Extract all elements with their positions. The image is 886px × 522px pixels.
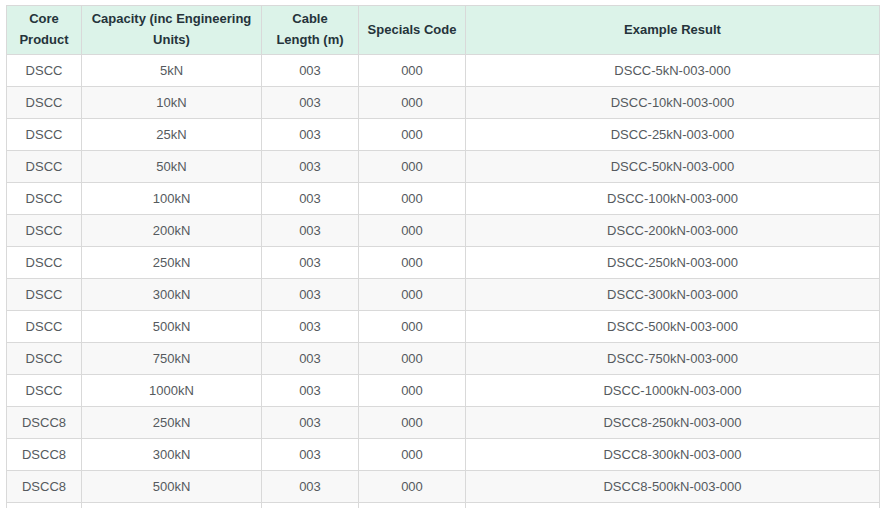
cell-specials-code: 000 xyxy=(359,215,466,247)
cell-capacity: 500kN xyxy=(82,471,262,503)
col-header-specials-code: Specials Code xyxy=(359,6,466,55)
cell-capacity: 100kN xyxy=(82,183,262,215)
cell-core-product: DSCC xyxy=(7,151,82,183)
cell-cable-length: 003 xyxy=(262,247,359,279)
cell-specials-code: 000 xyxy=(359,183,466,215)
cell-cable-length: 003 xyxy=(262,55,359,87)
col-header-core-product: Core Product xyxy=(7,6,82,55)
cell-core-product: DSCC xyxy=(7,343,82,375)
cell-cable-length: 003 xyxy=(262,471,359,503)
cell-specials-code: 000 xyxy=(359,247,466,279)
cell-cable-length: 003 xyxy=(262,87,359,119)
cell-example-result: DSCC-300kN-003-000 xyxy=(466,279,880,311)
cell-cable-length: 003 xyxy=(262,439,359,471)
cell-specials-code: 000 xyxy=(359,119,466,151)
table-row: DSCC8 500kN 003 000 DSCC8-500kN-003-000 xyxy=(7,471,880,503)
cell-example-result: DSCC-1000kN-003-000 xyxy=(466,375,880,407)
cell-specials-code: 000 xyxy=(359,279,466,311)
cell-capacity: 300kN xyxy=(82,279,262,311)
cell-example-result: DSCC-500kN-003-000 xyxy=(466,311,880,343)
cell-capacity: 300kN xyxy=(82,439,262,471)
cell-core-product: DSCC8 xyxy=(7,471,82,503)
cell-specials-code: 000 xyxy=(359,55,466,87)
partial-cell xyxy=(82,503,262,508)
cell-example-result: DSCC8-250kN-003-000 xyxy=(466,407,880,439)
cell-capacity: 200kN xyxy=(82,215,262,247)
table-row: DSCC 10kN 003 000 DSCC-10kN-003-000 xyxy=(7,87,880,119)
cell-capacity: 250kN xyxy=(82,407,262,439)
cell-specials-code: 000 xyxy=(359,407,466,439)
cell-core-product: DSCC xyxy=(7,215,82,247)
cell-cable-length: 003 xyxy=(262,215,359,247)
cell-cable-length: 003 xyxy=(262,343,359,375)
cell-capacity: 750kN xyxy=(82,343,262,375)
table-row: DSCC 50kN 003 000 DSCC-50kN-003-000 xyxy=(7,151,880,183)
product-code-page: Core Product Capacity (inc Engineering U… xyxy=(0,0,886,522)
cell-specials-code: 000 xyxy=(359,311,466,343)
cell-capacity: 10kN xyxy=(82,87,262,119)
table-row: DSCC 250kN 003 000 DSCC-250kN-003-000 xyxy=(7,247,880,279)
table-row: DSCC 100kN 003 000 DSCC-100kN-003-000 xyxy=(7,183,880,215)
cell-example-result: DSCC8-300kN-003-000 xyxy=(466,439,880,471)
cell-core-product: DSCC xyxy=(7,311,82,343)
cell-cable-length: 003 xyxy=(262,407,359,439)
cell-example-result: DSCC-250kN-003-000 xyxy=(466,247,880,279)
cell-capacity: 250kN xyxy=(82,247,262,279)
cell-capacity: 1000kN xyxy=(82,375,262,407)
partial-cell xyxy=(7,503,82,508)
cell-core-product: DSCC xyxy=(7,247,82,279)
cell-specials-code: 000 xyxy=(359,87,466,119)
cell-capacity: 25kN xyxy=(82,119,262,151)
cell-core-product: DSCC xyxy=(7,87,82,119)
cell-example-result: DSCC-25kN-003-000 xyxy=(466,119,880,151)
cell-core-product: DSCC xyxy=(7,279,82,311)
cell-cable-length: 003 xyxy=(262,183,359,215)
table-row: DSCC 750kN 003 000 DSCC-750kN-003-000 xyxy=(7,343,880,375)
partial-row xyxy=(7,503,880,508)
cell-capacity: 500kN xyxy=(82,311,262,343)
cell-example-result: DSCC-750kN-003-000 xyxy=(466,343,880,375)
table-row: DSCC 25kN 003 000 DSCC-25kN-003-000 xyxy=(7,119,880,151)
cell-example-result: DSCC-200kN-003-000 xyxy=(466,215,880,247)
table-row: DSCC8 250kN 003 000 DSCC8-250kN-003-000 xyxy=(7,407,880,439)
cell-cable-length: 003 xyxy=(262,279,359,311)
table-row: DSCC 500kN 003 000 DSCC-500kN-003-000 xyxy=(7,311,880,343)
header-row: Core Product Capacity (inc Engineering U… xyxy=(7,6,880,55)
cell-example-result: DSCC8-500kN-003-000 xyxy=(466,471,880,503)
cell-specials-code: 000 xyxy=(359,375,466,407)
cell-example-result: DSCC-100kN-003-000 xyxy=(466,183,880,215)
cell-capacity: 5kN xyxy=(82,55,262,87)
table-row: DSCC 300kN 003 000 DSCC-300kN-003-000 xyxy=(7,279,880,311)
cell-core-product: DSCC xyxy=(7,375,82,407)
cell-core-product: DSCC8 xyxy=(7,407,82,439)
cell-example-result: DSCC-50kN-003-000 xyxy=(466,151,880,183)
cell-cable-length: 003 xyxy=(262,151,359,183)
cell-cable-length: 003 xyxy=(262,119,359,151)
cell-specials-code: 000 xyxy=(359,151,466,183)
table-row: DSCC 5kN 003 000 DSCC-5kN-003-000 xyxy=(7,55,880,87)
partial-cell xyxy=(359,503,466,508)
partial-cell xyxy=(466,503,880,508)
cell-core-product: DSCC xyxy=(7,55,82,87)
cell-core-product: DSCC xyxy=(7,183,82,215)
cell-cable-length: 003 xyxy=(262,375,359,407)
cell-example-result: DSCC-10kN-003-000 xyxy=(466,87,880,119)
table-row: DSCC 200kN 003 000 DSCC-200kN-003-000 xyxy=(7,215,880,247)
cell-example-result: DSCC-5kN-003-000 xyxy=(466,55,880,87)
table-row: DSCC 1000kN 003 000 DSCC-1000kN-003-000 xyxy=(7,375,880,407)
cell-specials-code: 000 xyxy=(359,439,466,471)
cell-specials-code: 000 xyxy=(359,343,466,375)
cell-cable-length: 003 xyxy=(262,311,359,343)
cell-capacity: 50kN xyxy=(82,151,262,183)
product-code-table: Core Product Capacity (inc Engineering U… xyxy=(6,5,880,508)
cell-specials-code: 000 xyxy=(359,471,466,503)
partial-cell xyxy=(262,503,359,508)
cell-core-product: DSCC xyxy=(7,119,82,151)
cell-core-product: DSCC8 xyxy=(7,439,82,471)
col-header-cable-length: Cable Length (m) xyxy=(262,6,359,55)
col-header-capacity: Capacity (inc Engineering Units) xyxy=(82,6,262,55)
table-row: DSCC8 300kN 003 000 DSCC8-300kN-003-000 xyxy=(7,439,880,471)
col-header-example-result: Example Result xyxy=(466,6,880,55)
